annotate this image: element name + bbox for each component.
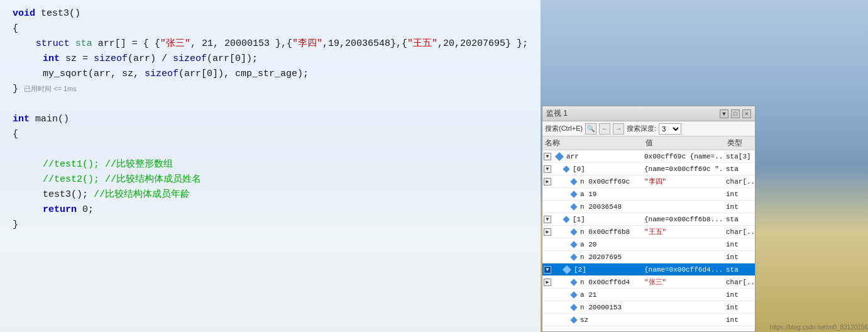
forward-button[interactable]: → (613, 123, 624, 135)
watch-row-0-n[interactable]: ▶ n 0x00cff69c "李四" char[... (542, 175, 755, 188)
code-line-2: { (0, 21, 541, 36)
watch-cell-1-name: ▼ [1] (542, 215, 643, 224)
keyword-int-main: int (13, 112, 30, 127)
expand-1-n[interactable]: ▶ (544, 228, 551, 236)
watch-cell-0-n2-value (643, 206, 725, 208)
code-line-12: //test2(); //比较结构体成员姓名 (0, 172, 541, 187)
code-line-9: { (0, 127, 541, 142)
code-line-1: void test3() (0, 6, 541, 21)
expand-0-n[interactable]: ▶ (544, 178, 551, 185)
row0a-icon (570, 191, 577, 197)
watch-row-0[interactable]: ▼ [0] {name=0x00cff69c "... sta (542, 163, 755, 175)
code-line-3: struct sta arr[] = { { "张三" , 21, 200001… (0, 36, 541, 52)
watch-cell-2-n-value: "张三" (643, 277, 725, 287)
watch-row-2-a[interactable]: a 21 int (542, 289, 755, 301)
row0n-icon (570, 178, 577, 185)
watch-cell-0-n-type: char[... (725, 177, 755, 186)
col-value: 值 (646, 138, 727, 148)
watch-cell-2-a-type: int (725, 290, 755, 299)
code-line-4: int sz = sizeof (arr) / sizeof (arr[0]); (0, 52, 541, 67)
row2n2-icon (570, 304, 577, 311)
row1-icon (563, 216, 569, 223)
watch-cell-1-n-type: char[... (725, 228, 755, 236)
watch-row-2[interactable]: ▼ [2] {name=0x00cff6d4... sta (542, 263, 755, 276)
rowsz-icon (570, 316, 577, 323)
code-line-13: test3(); //比较结构体成员年龄 (0, 187, 541, 202)
timing-hint: 已用时间 <= 1ms (24, 84, 77, 95)
watch-cell-1-value: {name=0x00cff6b8... (643, 215, 725, 224)
row1n-icon (570, 228, 577, 235)
watch-cell-0-a-name: a 19 (542, 190, 643, 199)
watch-cell-sz-type: int (725, 316, 755, 324)
watch-cell-arr-value: 0x00cff69c {name=... (643, 152, 725, 161)
watch-restore-button[interactable]: □ (731, 109, 740, 118)
col-name: 名称 (545, 138, 646, 148)
watch-row-0-a[interactable]: a 19 int (542, 188, 755, 201)
depth-label: 搜索深度: (627, 124, 656, 133)
watch-pin-button[interactable]: ▼ (720, 109, 728, 118)
watch-cell-0-n-value: "李四" (643, 176, 725, 187)
code-line-10 (0, 142, 541, 157)
watch-cell-1-a-type: int (725, 240, 755, 249)
code-line-7 (0, 97, 541, 112)
watch-cell-0-n-name: ▶ n 0x00cff69c (542, 177, 643, 186)
watch-cell-2-n2-type: int (725, 303, 755, 312)
watch-cell-2-value: {name=0x00cff6d4... (643, 265, 725, 274)
col-type: 类型 (727, 138, 765, 148)
row2a-icon (570, 291, 577, 298)
watch-cell-2-type: sta (725, 265, 755, 274)
watch-row-sz[interactable]: sz int (542, 314, 755, 326)
watch-row-1-a[interactable]: a 20 int (542, 238, 755, 251)
row0-icon (563, 165, 569, 172)
watch-cell-0-value: {name=0x00cff69c "... (643, 165, 725, 174)
watch-cell-2-n2-value (643, 307, 725, 308)
watch-cell-0-n2-name: n 20036548 (542, 202, 643, 211)
code-line-6: } 已用时间 <= 1ms (0, 82, 541, 97)
watch-row-1-n[interactable]: ▶ n 0x00cff6b8 "王五" char[... (542, 226, 755, 238)
watch-cell-2-n-type: char[... (725, 278, 755, 287)
watch-row-0-n2[interactable]: n 20036548 int (542, 201, 755, 213)
watch-row-1[interactable]: ▼ [1] {name=0x00cff6b8... sta (542, 213, 755, 226)
watch-cell-2-n-name: ▶ n 0x00cff6d4 (542, 278, 643, 287)
watch-cell-0-type: sta (725, 165, 755, 174)
expand-2[interactable]: ▼ (544, 266, 551, 274)
depth-select[interactable]: 3 1 2 4 5 (659, 123, 681, 135)
code-line-5: my_sqort(arr, sz, sizeof (arr[0]), cmp_s… (0, 67, 541, 82)
watch-cell-2-name: ▼ [2] (542, 265, 643, 274)
row2-icon (563, 265, 571, 274)
expand-arr[interactable]: ▼ (544, 153, 551, 160)
watch-cell-2-a-name: a 21 (542, 290, 643, 299)
watch-body[interactable]: ▼ arr 0x00cff69c {name=... sta[3] ▼ [0] … (542, 150, 755, 331)
row2n-icon (570, 279, 577, 285)
code-line-15: } (0, 218, 541, 233)
watch-row-arr[interactable]: ▼ arr 0x00cff69c {name=... sta[3] (542, 150, 755, 163)
watch-cell-sz-name: sz (542, 316, 643, 324)
expand-1[interactable]: ▼ (544, 216, 551, 223)
row1a-icon (570, 241, 577, 248)
keyword-int-sz: int (43, 52, 60, 67)
watermark: https://blog.csdn.net/m0_83120156 (770, 324, 868, 331)
search-icon-button[interactable]: 🔍 (585, 123, 596, 135)
watch-row-1-n2[interactable]: n 20207695 int (542, 251, 755, 263)
expand-0[interactable]: ▼ (544, 165, 551, 173)
row0n2-icon (570, 203, 577, 210)
watch-row-2-n[interactable]: ▶ n 0x00cff6d4 "张三" char[... (542, 276, 755, 289)
watch-cell-1-n2-value (643, 257, 725, 258)
watch-cell-arr-type: sta[3] (725, 152, 755, 161)
back-button[interactable]: ← (599, 123, 610, 135)
watch-cell-arr-name: ▼ arr (542, 152, 643, 161)
watch-cell-1-n-value: "王五" (643, 226, 725, 237)
watch-title: 监视 1 (546, 108, 568, 119)
watch-cell-1-a-value (643, 244, 725, 245)
watch-close-button[interactable]: × (742, 109, 751, 118)
watch-column-headers: 名称 值 类型 (542, 136, 755, 150)
watch-title-buttons[interactable]: ▼ □ × (720, 109, 751, 118)
watch-cell-0-a-value (643, 194, 725, 195)
expand-2-n[interactable]: ▶ (544, 279, 551, 286)
watch-row-2-n2[interactable]: n 20000153 int (542, 301, 755, 314)
watch-cell-2-a-value (643, 294, 725, 296)
arr-icon (555, 152, 564, 161)
watch-cell-1-a-name: a 20 (542, 240, 643, 249)
watch-cell-2-n2-name: n 20000153 (542, 303, 643, 312)
watch-cell-0-n2-type: int (725, 202, 755, 211)
